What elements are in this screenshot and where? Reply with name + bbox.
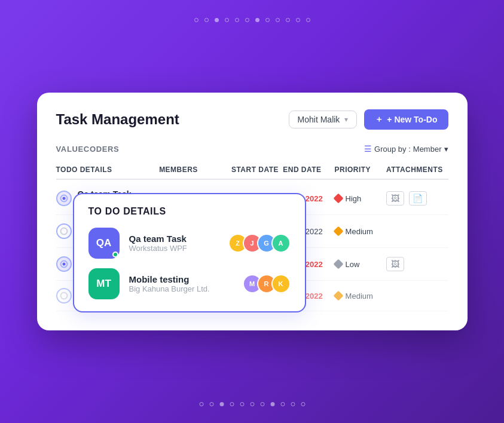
priority-diamond-medium — [333, 291, 343, 301]
priority-label: Medium — [346, 227, 373, 236]
filter-icon: ☰ — [364, 144, 372, 154]
avatar: A — [271, 234, 291, 253]
todo-icon — [56, 256, 72, 272]
th-start: START DATE — [231, 165, 283, 174]
member-avatars: Z J G A — [228, 234, 291, 253]
priority-label: High — [346, 194, 362, 203]
dot — [204, 18, 209, 22]
priority-cell: High — [335, 194, 386, 203]
svg-point-1 — [62, 197, 65, 200]
todo-icon — [56, 223, 72, 239]
priority-diamond-low — [333, 259, 343, 269]
svg-point-2 — [60, 228, 67, 235]
plus-icon: ＋ — [375, 114, 383, 125]
th-priority: PRIORITY — [335, 165, 386, 174]
dot — [255, 18, 259, 22]
image-attachment-icon: 🖼 — [386, 191, 404, 206]
todo-details-popup: TO DO DETAILS QA Qa team Task Workstatus… — [73, 193, 306, 312]
page-title: Task Management — [56, 111, 179, 128]
popup-avatar-qa: QA — [88, 228, 120, 259]
dot — [286, 18, 290, 22]
dot — [219, 402, 224, 406]
dot — [306, 18, 310, 22]
avatar: K — [271, 274, 291, 293]
dot — [240, 402, 244, 406]
dot — [276, 18, 280, 22]
page-header: Task Management Mohit Malik ▾ ＋ + New To… — [56, 109, 448, 130]
group-by-control[interactable]: ☰ Group by : Member ▾ — [364, 144, 448, 154]
group-by-label: Group by : — [374, 145, 411, 154]
dot — [270, 402, 274, 406]
main-card: Task Management Mohit Malik ▾ ＋ + New To… — [37, 93, 468, 330]
dot — [301, 402, 305, 406]
popup-list-item[interactable]: QA Qa team Task Workstatus WPF Z J G A — [88, 228, 291, 259]
popup-avatar-mt: MT — [88, 268, 120, 299]
th-todo: TODO DETAILS — [56, 165, 160, 174]
svg-point-4 — [62, 263, 65, 266]
popup-task-name: Qa team Task — [129, 234, 219, 244]
popup-info: Qa team Task Workstatus WPF — [129, 234, 219, 253]
dot — [230, 402, 234, 406]
attachment-cell: 🖼 📄 — [386, 191, 448, 206]
popup-task-sub: Workstatus WPF — [129, 244, 219, 253]
priority-cell: Medium — [335, 227, 386, 236]
dot — [209, 402, 213, 406]
priority-diamond-high — [333, 194, 343, 204]
dot — [250, 402, 254, 406]
priority-cell: Medium — [335, 292, 386, 301]
popup-list-item[interactable]: MT Mobile testing Big Kahuna Burger Ltd.… — [88, 268, 291, 299]
th-end: END DATE — [283, 165, 334, 174]
online-indicator — [112, 252, 118, 258]
dot — [296, 18, 300, 22]
section-header: VALUECODERS ☰ Group by : Member ▾ — [56, 144, 448, 154]
attachment-cell: 🖼 — [386, 257, 448, 271]
header-actions: Mohit Malik ▾ ＋ + New To-Do — [289, 109, 448, 130]
new-todo-label: + New To-Do — [387, 115, 437, 124]
popup-task-name: Mobile testing — [129, 274, 233, 284]
dot — [260, 402, 264, 406]
chevron-down-icon: ▾ — [344, 115, 348, 124]
dot — [225, 18, 229, 22]
dot — [280, 402, 285, 406]
todo-icon — [56, 288, 72, 304]
new-todo-button[interactable]: ＋ + New To-Do — [364, 109, 448, 130]
priority-label: Medium — [346, 292, 373, 301]
doc-attachment-icon: 📄 — [409, 191, 427, 206]
priority-diamond-medium — [333, 226, 343, 237]
image-attachment-icon: 🖼 — [386, 257, 404, 271]
th-members: MEMBERS — [159, 165, 231, 174]
svg-point-5 — [60, 293, 67, 299]
popup-info: Mobile testing Big Kahuna Burger Ltd. — [129, 274, 233, 293]
popup-task-sub: Big Kahuna Burger Ltd. — [129, 284, 233, 293]
dot — [245, 18, 249, 22]
popup-title: TO DO DETAILS — [88, 206, 291, 217]
section-name: VALUECODERS — [56, 145, 120, 154]
priority-label: Low — [346, 260, 360, 269]
chevron-down-icon: ▾ — [444, 145, 448, 154]
user-name: Mohit Malik — [298, 115, 340, 124]
member-avatars: M R K — [243, 274, 291, 293]
todo-icon — [56, 191, 72, 206]
dot — [215, 18, 219, 22]
dot — [265, 18, 270, 22]
dot — [194, 18, 198, 22]
dot — [199, 402, 203, 406]
group-by-value: Member — [413, 145, 442, 154]
th-attachments: ATTACHMENTS — [386, 165, 448, 174]
priority-cell: Low — [335, 260, 386, 269]
table-header-row: TODO DETAILS MEMBERS START DATE END DATE… — [56, 161, 448, 180]
user-dropdown[interactable]: Mohit Malik ▾ — [289, 111, 358, 128]
dot — [235, 18, 239, 22]
dot — [291, 402, 295, 406]
